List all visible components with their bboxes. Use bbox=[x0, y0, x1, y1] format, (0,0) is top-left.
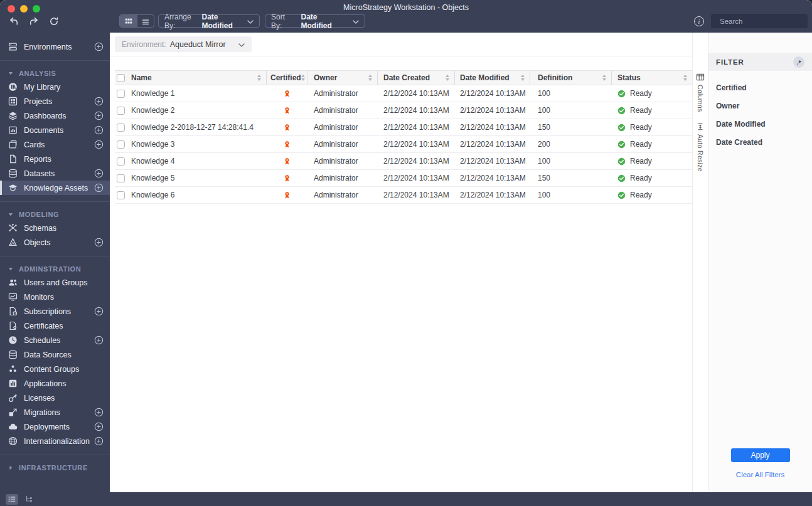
table-row[interactable]: Knowledge 6 Administrator 2/12/2024 10:1… bbox=[115, 187, 692, 204]
sidebar-item-documents[interactable]: Documents bbox=[0, 123, 110, 137]
row-checkbox[interactable] bbox=[117, 90, 125, 98]
sort-arrows-icon[interactable] bbox=[257, 75, 261, 81]
pin-filter-button[interactable] bbox=[793, 56, 804, 68]
sort-arrows-icon[interactable] bbox=[602, 75, 606, 81]
sidebar-item-dashboards[interactable]: Dashboards bbox=[0, 108, 110, 123]
auto-resize-tool[interactable]: Auto Resize bbox=[696, 122, 705, 172]
sidebar-item-users-and-groups[interactable]: Users and Groups bbox=[0, 275, 110, 290]
arrange-by-dropdown[interactable]: Arrange By: Date Modified bbox=[158, 14, 260, 28]
add-card-button[interactable] bbox=[93, 140, 104, 150]
sort-arrows-icon[interactable] bbox=[368, 75, 372, 81]
table-row[interactable]: Knowledge 1 Administrator 2/12/2024 10:1… bbox=[115, 85, 692, 102]
add-document-button[interactable] bbox=[93, 125, 104, 135]
select-all-checkbox[interactable] bbox=[117, 74, 125, 82]
users-icon bbox=[8, 278, 18, 287]
workstation-window: MicroStrategy Workstation - Objects Arra… bbox=[0, 0, 812, 506]
forward-button[interactable] bbox=[26, 14, 41, 29]
sidebar-item-deployments[interactable]: Deployments bbox=[0, 419, 110, 434]
divider bbox=[0, 201, 110, 202]
column-header-certified[interactable]: Certified bbox=[267, 71, 307, 85]
environments-icon bbox=[8, 42, 18, 51]
monitors-icon bbox=[8, 292, 18, 302]
table-row[interactable]: Knowledge 5 Administrator 2/12/2024 10:1… bbox=[115, 170, 692, 187]
row-checkbox[interactable] bbox=[117, 174, 125, 182]
list-view-button[interactable] bbox=[137, 15, 154, 27]
row-checkbox[interactable] bbox=[117, 140, 125, 149]
environment-dropdown[interactable]: Environment: Aqueduct Mirror bbox=[115, 36, 252, 52]
status-badge: Ready bbox=[630, 140, 652, 149]
column-header-owner[interactable]: Owner bbox=[307, 71, 378, 85]
sidebar-item-objects[interactable]: Objects bbox=[0, 235, 110, 250]
add-deployment-button[interactable] bbox=[93, 422, 104, 432]
filter-item-date-created[interactable]: Date Created bbox=[716, 133, 812, 151]
add-subscription-button[interactable] bbox=[93, 307, 104, 317]
column-header-date-modified[interactable]: Date Modified bbox=[455, 71, 530, 85]
sidebar-item-projects[interactable]: Projects bbox=[0, 94, 110, 108]
info-button[interactable]: i bbox=[694, 16, 704, 26]
add-project-button[interactable] bbox=[93, 97, 104, 107]
sidebar-item-datasets[interactable]: Datasets bbox=[0, 166, 110, 181]
refresh-button[interactable] bbox=[46, 14, 61, 29]
column-header-date-created[interactable]: Date Created bbox=[378, 71, 455, 85]
add-internationalization-button[interactable] bbox=[93, 436, 104, 446]
sort-arrows-icon[interactable] bbox=[301, 75, 305, 81]
sidebar-item-internationalization[interactable]: Internationalization bbox=[0, 434, 110, 448]
certified-badge-icon bbox=[283, 174, 291, 182]
back-button[interactable] bbox=[6, 14, 21, 29]
sidebar-item-monitors[interactable]: Monitors bbox=[0, 290, 110, 304]
add-schedule-button[interactable] bbox=[93, 335, 104, 345]
sidebar-item-migrations[interactable]: Migrations bbox=[0, 405, 110, 419]
sidebar-item-environments[interactable]: Environments bbox=[0, 40, 110, 54]
sidebar-item-applications[interactable]: Applications bbox=[0, 376, 110, 391]
filter-item-date-modified[interactable]: Date Modified bbox=[716, 115, 812, 133]
row-checkbox[interactable] bbox=[117, 191, 125, 199]
row-checkbox[interactable] bbox=[117, 107, 125, 115]
sidebar-item-licenses[interactable]: Licenses bbox=[0, 391, 110, 405]
add-migration-button[interactable] bbox=[93, 408, 104, 418]
column-header-name[interactable]: Name bbox=[115, 71, 267, 85]
sidebar-item-subscriptions[interactable]: Subscriptions bbox=[0, 304, 110, 319]
sidebar-item-knowledge-assets[interactable]: Knowledge Assets bbox=[0, 181, 110, 195]
filter-item-certified[interactable]: Certified bbox=[716, 78, 812, 97]
section-header-analysis[interactable]: ANALYSIS bbox=[0, 67, 110, 80]
section-header-modeling[interactable]: MODELING bbox=[0, 208, 110, 221]
add-object-button[interactable] bbox=[93, 238, 104, 248]
sidebar-item-reports[interactable]: Reports bbox=[0, 152, 110, 166]
sort-arrows-icon[interactable] bbox=[446, 75, 449, 81]
add-environment-button[interactable] bbox=[93, 42, 104, 52]
row-checkbox[interactable] bbox=[117, 124, 125, 132]
clear-all-filters-link[interactable]: Clear All Filters bbox=[736, 471, 784, 478]
section-header-administration[interactable]: ADMINSTRATION bbox=[0, 263, 110, 275]
sidebar-item-cards[interactable]: Cards bbox=[0, 137, 110, 152]
sidebar-item-certificates[interactable]: Certificates bbox=[0, 319, 110, 333]
grid-view-button[interactable] bbox=[120, 15, 137, 27]
add-dataset-button[interactable] bbox=[93, 169, 104, 179]
table-row[interactable]: Knowledge 4 Administrator 2/12/2024 10:1… bbox=[115, 153, 692, 170]
tree-view-button[interactable] bbox=[23, 494, 35, 505]
add-knowledge-asset-button[interactable] bbox=[93, 183, 104, 193]
column-header-status[interactable]: Status bbox=[612, 71, 692, 85]
ready-status-icon bbox=[617, 174, 626, 182]
sort-by-dropdown[interactable]: Sort By: Date Modified bbox=[265, 14, 365, 28]
sort-arrows-icon[interactable] bbox=[521, 75, 525, 81]
sidebar-item-data-sources[interactable]: Data Sources bbox=[0, 347, 110, 362]
add-dashboard-button[interactable] bbox=[93, 111, 104, 121]
sidebar-item-schedules[interactable]: Schedules bbox=[0, 333, 110, 347]
table-row[interactable]: Knowledge 3 Administrator 2/12/2024 10:1… bbox=[115, 136, 692, 153]
flat-list-view-button[interactable] bbox=[6, 494, 18, 505]
row-checkbox[interactable] bbox=[117, 157, 125, 166]
table-row[interactable]: Knowledge 2-2018-12-27 14:28:41.4 Admini… bbox=[115, 119, 692, 136]
columns-tool[interactable]: Columns bbox=[696, 73, 705, 112]
search-input[interactable] bbox=[720, 18, 812, 25]
apply-button[interactable]: Apply bbox=[731, 448, 790, 462]
sort-arrows-icon[interactable] bbox=[683, 75, 687, 81]
ready-status-icon bbox=[617, 124, 626, 132]
table-row[interactable]: Knowledge 2 Administrator 2/12/2024 10:1… bbox=[115, 102, 692, 119]
section-header-infrastructure[interactable]: INFRASTRUCTURE bbox=[0, 461, 110, 474]
sidebar-item-my-library[interactable]: My Library bbox=[0, 80, 110, 94]
sidebar-item-content-groups[interactable]: Content Groups bbox=[0, 362, 110, 376]
column-header-definition[interactable]: Definition bbox=[530, 71, 612, 85]
sidebar-item-schemas[interactable]: Schemas bbox=[0, 221, 110, 235]
filter-item-owner[interactable]: Owner bbox=[716, 97, 812, 115]
schemas-icon bbox=[8, 223, 18, 233]
